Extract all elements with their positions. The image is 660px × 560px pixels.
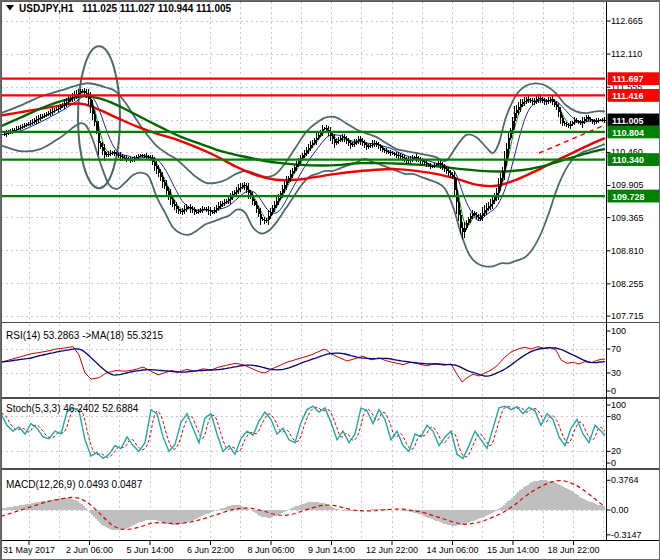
candle-body [244,185,246,186]
candle-body [216,208,218,210]
candle-body [66,102,68,104]
candle-body [594,121,596,122]
candle-body [438,163,440,164]
candle-body [368,146,370,147]
candle-body [484,210,486,213]
rsi-panel[interactable] [1,347,605,382]
rsi-indicator-label: RSI(14) 53.2863 ->MA(18) 55.3215 [6,330,163,341]
stochastic-panel[interactable] [1,406,605,458]
candle-body [428,164,430,165]
candle-body [262,219,264,220]
main-price-panel[interactable] [1,46,606,266]
candle-body [558,107,560,112]
time-tick-label: 2 Jun 06:00 [66,545,113,555]
candle-body [588,117,590,119]
mt4-chart-window: 112.665112.110111.555110.460109.905109.3… [0,0,660,560]
price-tick-label: 112.110 [611,49,642,59]
candle-body [176,206,178,209]
candle-body [376,143,378,145]
candle-body [138,156,140,157]
support-price-label: 109.728 [612,192,645,202]
candle-body [506,149,508,160]
candle-body [384,150,386,151]
time-tick-label: 31 May 2017 [3,545,55,555]
candle-body [564,123,566,124]
candle-body [576,120,578,121]
candle-body [394,154,396,155]
candle-body [460,215,462,228]
candle-body [430,166,432,167]
candle-body [344,137,346,139]
price-tick-label: 109.905 [611,180,644,190]
candle-body [350,143,352,145]
candle-body [538,98,540,100]
candle-body [296,164,298,167]
candle-body [432,166,434,167]
candle-body [502,171,504,178]
candle-body [386,151,388,152]
candle-body [256,205,258,209]
candle-body [514,113,516,121]
candle-body [230,197,232,200]
candle-body [362,141,364,143]
candle-body [34,120,36,121]
candle-body [402,157,404,158]
candle-body [228,199,230,201]
stoch-d-line [1,407,605,458]
candle-body [486,208,488,210]
candle-body [266,220,268,221]
candle-body [46,114,48,115]
resistance-price-label: 111.416 [612,91,644,101]
candle-body [338,140,340,141]
candle-body [194,210,196,211]
candle-body [570,124,572,126]
candle-body [224,202,226,203]
candle-body [298,161,300,164]
candle-body [508,138,510,149]
candle-body [326,128,328,130]
symbol-dropdown-icon[interactable] [6,5,14,11]
candle-body [454,177,456,190]
candle-body [458,202,460,215]
candle-body [352,144,354,145]
candle-body [472,213,474,216]
price-axis[interactable]: 112.665112.110111.555110.460109.905109.3… [607,16,660,540]
candle-body [274,205,276,208]
candle-body [222,203,224,204]
candle-body [32,122,34,123]
candle-body [158,169,160,173]
candle-body [180,211,182,212]
candle-body [526,99,528,100]
candle-body [178,209,180,212]
candle-body [374,143,376,144]
candle-body [100,143,102,147]
candle-body [196,212,198,213]
candle-body [162,177,164,182]
candle-body [42,116,44,117]
candle-body [354,142,356,143]
time-axis[interactable]: 31 May 20172 Jun 06:005 Jun 14:006 Jun 2… [3,541,600,555]
macd-indicator-label: MACD(12,26,9) 0.0493 0.0487 [6,479,143,490]
candle-body [226,201,228,202]
candle-body [490,204,492,206]
candle-body [22,126,24,127]
candle-body [166,186,168,190]
candle-body [464,228,466,233]
candle-body [290,174,292,177]
price-tick-label: 108.255 [611,279,644,289]
candle-body [416,157,418,158]
candle-body [188,207,190,208]
candle-body [522,102,524,103]
candle-body [524,101,526,102]
candle-body [212,212,214,213]
rsi-tick-label: 70 [611,344,621,354]
candle-body [148,157,150,158]
rsi-tick-label: 30 [611,368,621,378]
candle-body [356,141,358,142]
candle-body [60,106,62,107]
candle-body [314,140,316,143]
candle-body [450,173,452,175]
candle-body [532,101,534,102]
price-tick-label: 109.365 [611,213,644,223]
stochastic-indicator-label: Stoch(5,3,3) 46.2402 52.6884 [6,403,139,414]
